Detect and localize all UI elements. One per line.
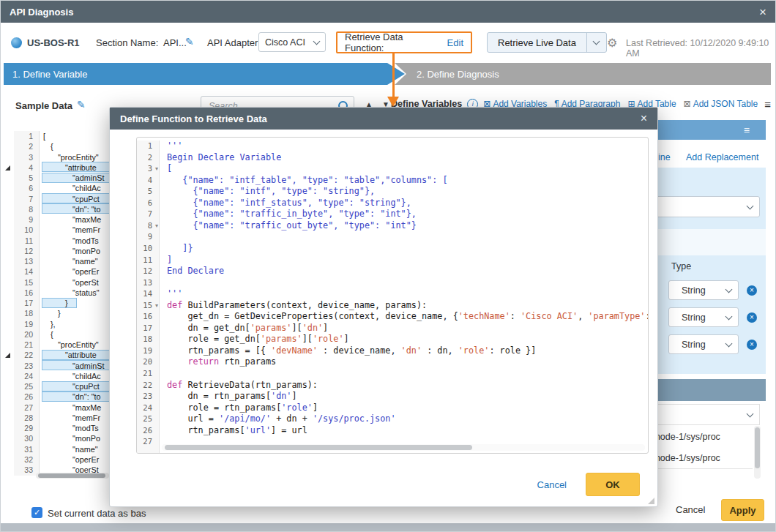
code-token: '/sys/proc.json' <box>313 413 396 424</box>
tree-line[interactable]: "status" <box>72 288 99 298</box>
remove-icon[interactable]: × <box>747 340 757 350</box>
dialog-cancel-button[interactable]: Cancel <box>676 504 705 515</box>
tree-line[interactable]: { <box>51 141 53 151</box>
tree-line[interactable]: "dn": "to <box>72 391 101 402</box>
fold-arrow-icon[interactable]: ▾ <box>155 220 158 232</box>
tree-line[interactable]: "monPo <box>72 246 100 256</box>
fold-arrow-icon[interactable]: ▾ <box>155 163 158 175</box>
tree-line[interactable]: "procEntity" <box>58 152 99 162</box>
code-token: BuildParameters(context, device_name, pa… <box>182 300 427 310</box>
code-token: '/api/mo/' <box>219 413 271 424</box>
pointer-arrow-icon <box>387 97 399 107</box>
tree-line[interactable]: "adminSt <box>72 361 104 371</box>
tree-line[interactable]: "cpuPct <box>72 381 100 391</box>
tree-line[interactable]: } <box>58 308 61 318</box>
tree-line[interactable]: "name" <box>72 444 98 454</box>
fold-arrow-icon[interactable]: ▾ <box>155 300 158 312</box>
baseline-checkbox[interactable]: ✓ <box>31 507 42 518</box>
modal-close-icon[interactable]: × <box>641 112 647 125</box>
tree-line[interactable]: } <box>65 298 68 308</box>
remove-icon[interactable]: × <box>747 312 757 323</box>
code-line: ''' <box>167 288 648 300</box>
gear-icon[interactable]: ⚙ <box>607 36 617 50</box>
code-editor[interactable]: 123▾45678▾9101112131415▾1617181920212223… <box>136 137 649 454</box>
code-token: def <box>167 380 182 390</box>
code-token: ] <box>313 402 318 413</box>
tree-line[interactable]: "operEr <box>72 454 99 465</box>
tab-define-diagnosis[interactable]: 2. Define Diagnosis <box>395 63 771 85</box>
resize-handle-icon[interactable] <box>648 498 654 504</box>
tree-line[interactable]: "maxMe <box>72 402 101 413</box>
retrieve-live-data-button[interactable]: Retrieve Live Data <box>487 32 607 53</box>
tree-line[interactable]: "adminSt <box>72 173 104 183</box>
sample-data-title: Sample Data <box>15 100 72 111</box>
chevron-down-icon <box>725 312 733 320</box>
ok-button[interactable]: OK <box>586 473 640 496</box>
code-line: {"name": "intf", "type": "string"}, <box>167 186 648 198</box>
tree-line[interactable]: "memFr <box>72 225 100 235</box>
tree-line[interactable]: }, <box>51 319 56 329</box>
editor-hscrollbar-thumb[interactable] <box>165 445 472 450</box>
add-replacement-link[interactable]: Add Replacement <box>686 152 758 162</box>
tree-line[interactable]: "dn": "to <box>72 204 101 214</box>
tree-line[interactable]: "childAc <box>72 183 101 193</box>
menu-icon[interactable]: ≡ <box>764 98 771 110</box>
code-line-number: 19 <box>138 345 152 357</box>
remove-icon[interactable]: × <box>747 285 757 296</box>
tree-line[interactable]: "modTs <box>72 236 99 246</box>
type-select-value: String <box>676 312 726 323</box>
code-line-number: 22 <box>138 380 152 391</box>
code-line: {"name": "intf_table", "type": "table","… <box>167 175 648 187</box>
close-icon[interactable]: × <box>759 6 766 18</box>
tree-line-number: 11 <box>14 236 33 246</box>
apply-button[interactable]: Apply <box>721 499 764 521</box>
tab-define-diagnosis-label: 2. Define Diagnosis <box>417 69 499 80</box>
code-token: ] <box>323 323 328 333</box>
tree-line[interactable]: "operSt <box>72 277 99 288</box>
tab-define-variable[interactable]: 1. Define Variable <box>4 63 405 85</box>
tree-line[interactable]: [ <box>43 131 45 141</box>
tree-expander-icon[interactable] <box>5 353 10 358</box>
tree-line[interactable]: "attribute <box>65 350 97 360</box>
tree-line[interactable]: "cpuPct <box>72 194 100 204</box>
tree-line[interactable]: "modTs <box>72 423 99 433</box>
tree-line[interactable]: "childAc <box>72 371 101 381</box>
tree-line[interactable]: { <box>51 329 53 340</box>
code-token: 'role' <box>458 345 490 356</box>
modal-cancel-link[interactable]: Cancel <box>537 479 567 490</box>
code-token: {"name": "intf_table", "type": "table","… <box>167 175 448 185</box>
tree-line[interactable]: "memFr <box>72 413 100 423</box>
code-token: {"name": "traffic_in_byte", "type": "int… <box>167 209 417 219</box>
tree-line[interactable]: "procEntity" <box>58 340 99 350</box>
type-select[interactable]: String <box>668 307 739 327</box>
tree-line[interactable]: "monPo <box>72 433 100 443</box>
code-line-number: 6 <box>138 198 152 209</box>
list-scrollbar-thumb[interactable] <box>755 427 760 468</box>
partial-link-text[interactable]: ine <box>658 152 671 162</box>
sample-edit-icon[interactable]: ✎ <box>77 99 86 110</box>
tree-line[interactable]: "name" <box>72 256 98 266</box>
retrieve-live-data-caret[interactable] <box>586 33 606 52</box>
tree-line[interactable]: "operEr <box>72 266 99 277</box>
tree-line-number: 9 <box>14 214 33 225</box>
type-select-value: String <box>676 285 726 296</box>
api-adapter-select[interactable]: Cisco ACI <box>258 32 326 52</box>
tree-expander-icon[interactable] <box>5 165 10 171</box>
edit-pencil-icon[interactable]: ✎ <box>185 36 194 48</box>
editor-hscrollbar[interactable] <box>162 444 645 451</box>
toolbar-link-add-json-table[interactable]: ⊠Add JSON Table <box>684 99 758 109</box>
code-line: rtn_params['url'] = url <box>167 425 648 437</box>
menu-icon[interactable]: ≡ <box>744 124 750 136</box>
code-token: role = get_dn[ <box>167 334 261 344</box>
code-token: {"name": "traffic_out_byte", "type": "in… <box>167 220 417 231</box>
code-line-number: 10 <box>138 243 152 255</box>
tree-hscrollbar-thumb[interactable] <box>38 473 105 478</box>
type-select[interactable]: String <box>668 280 739 300</box>
code-line-number: 25 <box>138 413 152 425</box>
edit-link[interactable]: Edit <box>447 37 463 48</box>
type-select[interactable]: String <box>668 334 739 354</box>
tree-line[interactable]: "maxMe <box>72 214 101 225</box>
code-token: 'techName' <box>458 311 510 321</box>
tree-line[interactable]: "attribute <box>65 162 97 173</box>
tree-hscrollbar[interactable] <box>36 473 109 479</box>
